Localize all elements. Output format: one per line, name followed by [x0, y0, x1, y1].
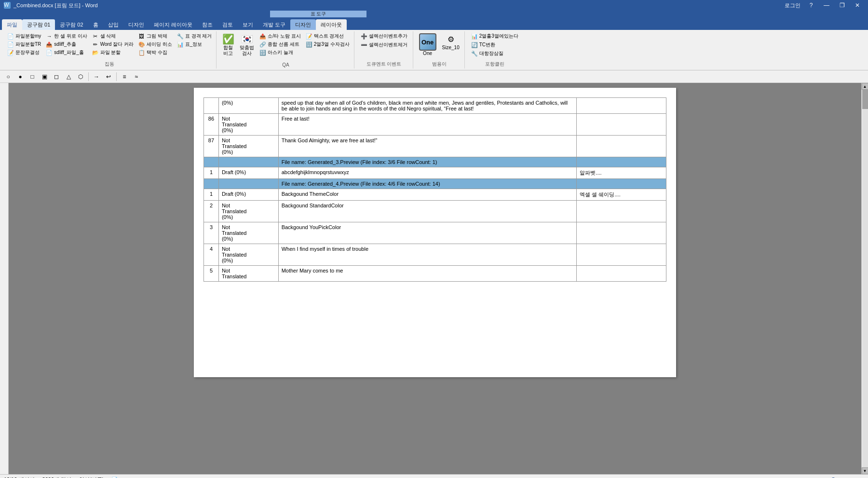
file-header-row: File name: Generated_4.Preview (File ind… — [204, 179, 666, 189]
draw-btn-arrow[interactable]: → — [91, 71, 102, 82]
draw-btn-lines[interactable]: ≡ — [119, 71, 130, 82]
size10-icon: ⚙ — [445, 33, 457, 45]
tab-gonguram01[interactable]: 공구람 01 — [22, 19, 55, 30]
draw-btn-triangle[interactable]: △ — [63, 71, 74, 82]
ascii-expand-icon: 🔡 — [259, 49, 266, 56]
btn-remove-selection-event[interactable]: ➖ 셀렉선이벤트제거 — [359, 41, 409, 49]
btn-table-info[interactable]: 📊 표_정보 — [176, 41, 214, 48]
tab-page-layout[interactable]: 페이지 레이아웃 — [149, 19, 197, 30]
btn-file-split-tr[interactable]: 📄 파일분할TR — [6, 41, 42, 48]
btn-shading[interactable]: 🎨 세이딩 히소 — [137, 41, 174, 48]
tab-gonguram02[interactable]: 공구람 02 — [55, 19, 88, 30]
move-cell-up-icon: → — [46, 33, 53, 40]
btn-move-cell-up[interactable]: → 한 셀 위로 이사 — [44, 32, 88, 40]
btn-tc-convert[interactable]: 🔄 TC변환 — [470, 41, 497, 49]
btn-spell-check[interactable]: 🇰🇷 맞춤법검사 — [238, 32, 256, 57]
table-row: 5 NotTranslated Mother Mary comes to me — [204, 266, 666, 282]
tab-insert[interactable]: 삽입 — [103, 19, 123, 30]
scroll-thumb[interactable] — [862, 90, 868, 109]
draw-btn-filled-square[interactable]: ▣ — [39, 71, 50, 82]
btn-delete-cell[interactable]: ✂ 셀 삭제 — [91, 32, 135, 40]
scroll-up-btn[interactable]: ▲ — [862, 83, 868, 90]
cell-num: 86 — [204, 114, 219, 136]
file-header-row: File name: Generated_3.Preview (File ind… — [204, 157, 666, 167]
cell-target — [577, 244, 666, 266]
draw-btn-undo-arrow[interactable]: ↩ — [103, 71, 114, 82]
draw-btn-extra[interactable]: ≈ — [131, 71, 142, 82]
word-count: 3090개 단어 — [42, 476, 72, 478]
btn-add-selection-event[interactable]: ➕ 셀렉선이벤트추가 — [359, 32, 409, 40]
remove-event-icon: ➖ — [361, 41, 367, 48]
title-text: _Combined.docx [표림 모드] - Word — [14, 2, 98, 9]
tab-table-layout[interactable]: 레이아웃 — [316, 19, 347, 30]
btn-image-embed[interactable]: 🖼 그림 박제 — [137, 32, 174, 40]
tab-view[interactable]: 보기 — [238, 19, 258, 30]
btn-file-split[interactable]: 📂 파일 분할 — [91, 49, 135, 56]
btn-one[interactable]: One One — [417, 32, 438, 57]
btn-2col3col-exists[interactable]: 📊 2열홀3열에있는다 — [470, 32, 520, 40]
tab-collect-icon: 📋 — [138, 49, 145, 56]
btn-col-3: ✂ 셀 삭제 ✏ Word 잘다 커라 📂 파일 분할 — [91, 32, 135, 56]
help-button[interactable]: ? — [804, 1, 818, 10]
image-embed-icon: 🖼 — [138, 33, 145, 40]
status-bar: 13/19 페이지 3090개 단어 영어(미국) 📄 — + 134% — [0, 474, 868, 478]
ribbon-body: 📄 파일분할my 📄 파일분할TR 📝 문장무결성 → 한 셀 위로 이사 — [0, 30, 868, 70]
scroll-down-btn[interactable]: ▼ — [862, 467, 868, 474]
btn-text-border[interactable]: 📝 텍스트 경계선 — [304, 32, 351, 40]
cell-source: Mother Mary comes to me — [278, 266, 577, 282]
add-event-icon: ➕ — [361, 33, 367, 40]
cell-num: 2 — [204, 201, 219, 222]
restore-button[interactable]: ❐ — [835, 1, 849, 10]
btn-sdliff-file[interactable]: 📄 sdliff_파일_홀 — [44, 49, 88, 56]
tab-home[interactable]: 홈 — [88, 19, 103, 30]
cell-target — [577, 114, 666, 136]
btn-2col3col-numcheck[interactable]: 🔢 2열3열 수자검사 — [304, 41, 351, 48]
draw-btn-circle[interactable]: ○ — [3, 71, 14, 82]
btn-combined-set[interactable]: 🔗 종합 선름 세트 — [258, 41, 302, 48]
draw-btn-filled-circle[interactable]: ● — [15, 71, 26, 82]
login-label[interactable]: 로그인 — [785, 2, 800, 9]
btn-sdliff-extract[interactable]: 📤 sdliff_추출 — [44, 41, 88, 48]
btn-table-format-remove[interactable]: 🔧 표 경격 제거 — [176, 32, 214, 40]
draw-btn-light-square[interactable]: ◻ — [51, 71, 62, 82]
close-button[interactable]: ✕ — [851, 1, 864, 10]
table-row: 1 Draft (0%) abcdefghijklmnopqrstuvwxyz … — [204, 167, 666, 179]
btn-sentence-integrity[interactable]: 📝 문장무결성 — [6, 49, 42, 56]
tab-review[interactable]: 검토 — [217, 19, 238, 30]
page-info: 13/19 페이지 — [4, 476, 35, 478]
doc-area[interactable]: (0%) speed up that day when all of God’s… — [9, 83, 861, 474]
group-label-general: 범용이 — [432, 60, 447, 68]
contextual-label: 표 도구 — [311, 11, 326, 17]
tab-file[interactable]: 파일 — [2, 19, 22, 30]
group-content-doc-events: ➕ 셀렉선이벤트추가 ➖ 셀렉선이벤트제거 — [359, 32, 409, 60]
translation-table: (0%) speed up that day when all of God’s… — [203, 97, 666, 282]
minimize-button[interactable]: — — [820, 1, 833, 10]
btn-file-split-my[interactable]: 📄 파일분할my — [6, 32, 42, 40]
btn-tab-collect[interactable]: 📋 택박 수집 — [137, 49, 174, 56]
cell-target — [577, 201, 666, 222]
btn-large-tripod[interactable]: 🔧 대항장삼질 — [470, 50, 505, 57]
btn-col-2: → 한 셀 위로 이사 📤 sdliff_추출 📄 sdliff_파일_홀 — [44, 32, 88, 56]
tab-design[interactable]: 디자인 — [123, 19, 149, 30]
tab-devtools[interactable]: 개발 도구 — [258, 19, 290, 30]
btn-merge-compare[interactable]: ✅ 합철비고 — [220, 32, 236, 57]
btn-col-4: 🖼 그림 박제 🎨 세이딩 히소 📋 택박 수집 — [137, 32, 174, 56]
btn-col-5: 🔧 표 경격 제거 📊 표_정보 — [176, 32, 214, 48]
cell-target — [577, 266, 666, 282]
combined-set-icon: 🔗 — [259, 41, 266, 48]
delete-cell-icon: ✂ — [92, 33, 99, 40]
shading-icon: 🎨 — [138, 41, 145, 48]
draw-btn-square[interactable]: □ — [27, 71, 38, 82]
tab-references[interactable]: 참조 — [197, 19, 217, 30]
tab-table-design[interactable]: 디자인 — [290, 19, 316, 30]
right-scrollbar[interactable]: ▲ ▼ — [861, 83, 868, 474]
main-area: (0%) speed up that day when all of God’s… — [0, 83, 868, 474]
draw-btn-hexagon[interactable]: ⬡ — [75, 71, 86, 82]
btn-word-cut[interactable]: ✏ Word 잘다 커라 — [91, 41, 135, 48]
btn-ascii-expand[interactable]: 🔡 아스키 늘개 — [258, 49, 302, 56]
cell-source: speed up that day when all of God’s chil… — [278, 98, 577, 114]
btn-size10[interactable]: ⚙ Size_10 — [440, 32, 461, 52]
cell-num: 3 — [204, 222, 219, 244]
btn-show-source[interactable]: 📤 소/타 노람 표시 — [258, 32, 302, 40]
file-split-tr-icon: 📄 — [7, 41, 14, 48]
